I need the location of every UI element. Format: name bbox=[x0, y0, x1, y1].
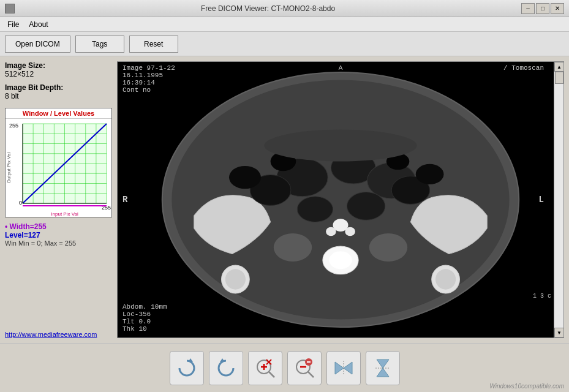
svg-line-29 bbox=[269, 372, 274, 377]
svg-marker-39 bbox=[335, 362, 344, 374]
flip-vertical-icon bbox=[372, 357, 394, 379]
watermark: Windows10compatible.com bbox=[489, 383, 564, 390]
window-title: Free DICOM Viewer: CT-MONO2-8-abdo bbox=[15, 4, 521, 13]
zoom-in-button[interactable] bbox=[248, 351, 282, 385]
flip-vertical-button[interactable] bbox=[366, 351, 400, 385]
rotate-left-icon bbox=[215, 357, 237, 379]
window-level-chart: Window / Level Values bbox=[5, 108, 112, 217]
reset-button[interactable]: Reset bbox=[129, 36, 178, 53]
wl-minmax: Win Min = 0; Max = 255 bbox=[5, 239, 112, 247]
svg-point-18 bbox=[416, 164, 444, 184]
left-panel: Image Size: 512×512 Image Bit Depth: 8 b… bbox=[5, 61, 112, 338]
svg-point-4 bbox=[329, 251, 352, 269]
image-bit-depth-value: 8 bit bbox=[5, 92, 112, 100]
image-viewport: Image 97-1-22 16.11.1995 16:39:14 Cont n… bbox=[118, 62, 563, 337]
tags-button[interactable]: Tags bbox=[75, 36, 124, 53]
minimize-button[interactable]: – bbox=[521, 3, 535, 14]
flip-horizontal-icon bbox=[333, 357, 355, 379]
title-bar: Free DICOM Viewer: CT-MONO2-8-abdo – □ ✕ bbox=[0, 0, 569, 17]
width-tick: • bbox=[5, 222, 7, 231]
svg-point-22 bbox=[225, 269, 246, 289]
image-bit-depth-section: Image Bit Depth: 8 bit bbox=[5, 83, 112, 100]
chart-title: Window / Level Values bbox=[6, 108, 111, 119]
svg-marker-43 bbox=[377, 368, 389, 377]
image-size-section: Image Size: 512×512 bbox=[5, 61, 112, 78]
scroll-down-arrow[interactable]: ▼ bbox=[554, 328, 564, 337]
chart-area bbox=[6, 119, 113, 217]
svg-marker-40 bbox=[344, 362, 352, 374]
svg-line-35 bbox=[308, 372, 314, 377]
wl-values: • Width=255 Level=127 Win Min = 0; Max =… bbox=[5, 222, 112, 247]
svg-point-5 bbox=[274, 233, 312, 262]
svg-point-17 bbox=[229, 166, 261, 189]
app-icon bbox=[5, 4, 15, 13]
rotate-right-button[interactable] bbox=[170, 351, 204, 385]
window-controls: – □ ✕ bbox=[521, 3, 564, 14]
menu-bar: File About bbox=[0, 17, 569, 32]
maximize-button[interactable]: □ bbox=[536, 3, 549, 14]
flip-horizontal-button[interactable] bbox=[326, 351, 361, 385]
svg-point-6 bbox=[369, 233, 407, 262]
scroll-thumb[interactable] bbox=[555, 72, 563, 84]
scroll-track[interactable] bbox=[554, 72, 563, 328]
wl-level: Level=127 bbox=[5, 231, 112, 239]
ct-scan-image bbox=[118, 62, 563, 337]
website-link[interactable]: http://www.mediafreeware.com bbox=[5, 331, 112, 338]
image-size-value: 512×512 bbox=[5, 70, 112, 78]
zoom-out-icon bbox=[293, 357, 315, 379]
image-panel[interactable]: Image 97-1-22 16.11.1995 16:39:14 Cont n… bbox=[117, 61, 564, 338]
svg-marker-42 bbox=[377, 360, 389, 368]
image-bit-depth-label: Image Bit Depth: bbox=[5, 83, 112, 92]
rotate-right-icon bbox=[176, 357, 198, 379]
svg-point-16 bbox=[345, 227, 355, 236]
menu-about[interactable]: About bbox=[24, 19, 53, 30]
svg-point-12 bbox=[297, 197, 333, 222]
svg-point-25 bbox=[264, 130, 417, 162]
close-button[interactable]: ✕ bbox=[551, 3, 564, 14]
wl-width: • Width=255 bbox=[5, 222, 112, 231]
bottom-toolbar: Windows10compatible.com bbox=[0, 343, 569, 392]
toolbar: Open DICOM Tags Reset bbox=[0, 32, 569, 56]
image-size-label: Image Size: bbox=[5, 61, 112, 70]
svg-point-15 bbox=[326, 227, 336, 236]
rotate-left-button[interactable] bbox=[209, 351, 243, 385]
svg-point-13 bbox=[347, 192, 385, 221]
main-content: Image Size: 512×512 Image Bit Depth: 8 b… bbox=[0, 56, 569, 343]
zoom-out-button[interactable] bbox=[287, 351, 322, 385]
menu-file[interactable]: File bbox=[2, 19, 24, 30]
image-scrollbar[interactable]: ▲ ▼ bbox=[554, 62, 563, 337]
zoom-in-icon bbox=[254, 357, 276, 379]
open-dicom-button[interactable]: Open DICOM bbox=[5, 36, 70, 53]
svg-point-24 bbox=[435, 269, 456, 289]
scroll-up-arrow[interactable]: ▲ bbox=[554, 62, 564, 72]
